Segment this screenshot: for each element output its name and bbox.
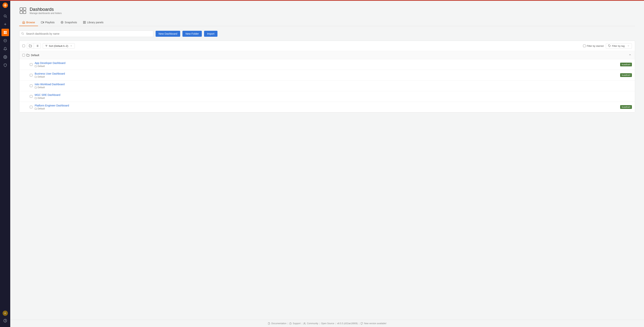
footer-new-version[interactable]: New version available!	[364, 322, 386, 325]
item-1-name[interactable]: Business User Dashboard	[35, 72, 620, 75]
svg-marker-23	[43, 22, 44, 23]
item-2-name[interactable]: Istio Workload Dashboard	[35, 83, 632, 86]
folder-collapse-button[interactable]	[628, 53, 632, 57]
new-dashboard-button[interactable]: New Dashboard	[156, 31, 180, 37]
svg-rect-27	[83, 21, 84, 22]
svg-point-16	[5, 57, 6, 58]
svg-point-2	[5, 5, 6, 6]
sidebar-bottom: A	[2, 310, 9, 327]
svg-rect-21	[20, 11, 22, 14]
folder-default-header: Default	[20, 51, 635, 59]
svg-rect-22	[23, 11, 26, 14]
item-0-tag: kuadrant	[620, 63, 632, 66]
sidebar-shield[interactable]	[2, 62, 9, 69]
sidebar-help[interactable]	[2, 317, 9, 324]
item-4-checkbox[interactable]	[30, 106, 32, 108]
new-folder-button[interactable]: New Folder	[182, 31, 202, 37]
svg-rect-19	[20, 8, 22, 10]
dashboards-panel: Sort (Default A–Z) Filter by starred	[19, 41, 635, 112]
dashboard-item-0: App Developer Dashboard Default kuadrant	[20, 59, 635, 70]
tab-browse[interactable]: Browse	[19, 19, 38, 26]
item-4-name[interactable]: Platform Engineer Dashboard	[35, 104, 620, 107]
item-0-folder-icon	[35, 65, 37, 67]
tab-library-panels-label: Library panels	[87, 21, 104, 24]
view-toggle	[27, 43, 41, 49]
tabs-bar: Browse Playlists Snapshots	[19, 19, 635, 26]
select-all-area	[22, 45, 25, 47]
dashboard-item-4: Platform Engineer Dashboard Default kuad…	[20, 102, 635, 112]
sidebar: A	[0, 1, 10, 327]
item-1-location: Default	[35, 76, 620, 78]
footer-support[interactable]: Support	[293, 322, 300, 325]
filter-tag-select[interactable]: Filter by tag	[606, 43, 632, 49]
tab-playlists[interactable]: Playlists	[38, 19, 58, 26]
filter-tag-label: Filter by tag	[612, 45, 624, 47]
item-4-folder-icon	[35, 108, 37, 110]
sidebar-search[interactable]	[2, 12, 9, 20]
svg-rect-20	[23, 8, 26, 10]
footer: Documentation | Support | Community | Op…	[10, 320, 644, 327]
svg-point-31	[22, 33, 23, 34]
svg-point-26	[62, 22, 62, 23]
dashboard-item-2: Istio Workload Dashboard Default	[20, 80, 635, 91]
footer-version: v8.5.5 (d32ae18909)	[337, 322, 358, 325]
svg-point-45	[304, 322, 305, 323]
sort-label: Sort (Default A–Z)	[49, 45, 68, 47]
sort-select[interactable]: Sort (Default A–Z)	[43, 43, 75, 49]
tab-browse-label: Browse	[26, 21, 35, 24]
item-2-checkbox[interactable]	[30, 85, 32, 87]
filter-right: Filter by starred Filter by tag	[583, 43, 632, 49]
item-3-location: Default	[35, 97, 632, 99]
sidebar-dashboards[interactable]	[2, 29, 9, 36]
svg-line-32	[23, 34, 24, 35]
item-0-name[interactable]: App Developer Dashboard	[35, 62, 620, 65]
tab-library-panels[interactable]: Library panels	[80, 19, 106, 26]
item-4-info: Platform Engineer Dashboard Default	[35, 104, 620, 110]
folder-default-checkbox[interactable]	[22, 54, 25, 57]
svg-rect-11	[4, 31, 5, 33]
filter-starred-label[interactable]: Filter by starred	[583, 45, 604, 47]
footer-support-icon	[289, 322, 292, 325]
item-2-location: Default	[35, 86, 632, 89]
item-0-info: App Developer Dashboard Default	[35, 62, 620, 68]
folder-view-button[interactable]	[27, 43, 34, 49]
folder-default-name[interactable]: Default	[31, 54, 39, 57]
item-4-tag: kuadrant	[620, 105, 632, 109]
footer-new-version-icon	[360, 322, 363, 325]
footer-doc-icon	[268, 322, 270, 325]
item-1-folder-icon	[35, 76, 37, 78]
tab-snapshots[interactable]: Snapshots	[58, 19, 80, 26]
svg-rect-29	[83, 23, 84, 24]
footer-documentation[interactable]: Documentation	[271, 322, 286, 325]
sidebar-settings[interactable]	[2, 53, 9, 61]
svg-rect-28	[85, 21, 86, 22]
search-input[interactable]	[19, 31, 153, 37]
sidebar-explore[interactable]	[2, 37, 9, 44]
item-3-checkbox[interactable]	[30, 95, 32, 98]
item-2-folder-icon	[35, 86, 37, 89]
item-0-checkbox[interactable]	[30, 63, 32, 66]
item-1-checkbox[interactable]	[30, 74, 32, 77]
footer-community[interactable]: Community	[307, 322, 318, 325]
svg-line-8	[6, 17, 7, 18]
page-header: Dashboards Manage dashboards and folders	[19, 7, 635, 15]
sidebar-alerting[interactable]	[2, 45, 9, 53]
dashboard-item-1: Business User Dashboard Default kuadrant	[20, 70, 635, 80]
user-avatar[interactable]: A	[2, 310, 8, 316]
item-1-tag: kuadrant	[620, 73, 632, 77]
select-all-checkbox[interactable]	[22, 45, 25, 47]
svg-rect-24	[41, 22, 43, 23]
svg-rect-12	[5, 31, 6, 33]
filter-starred-checkbox[interactable]	[583, 45, 586, 47]
sidebar-add[interactable]	[2, 21, 9, 28]
footer-open-source[interactable]: Open Source	[321, 322, 334, 325]
footer-community-icon	[303, 322, 306, 325]
item-2-info: Istio Workload Dashboard Default	[35, 83, 632, 89]
item-3-name[interactable]: MGC SRE Dashboard	[35, 93, 632, 96]
svg-rect-14	[5, 33, 6, 34]
list-view-button[interactable]	[34, 43, 40, 49]
svg-rect-13	[4, 33, 5, 34]
toolbar: New Dashboard New Folder Import	[19, 31, 635, 37]
import-button[interactable]: Import	[204, 31, 218, 37]
grafana-logo[interactable]	[2, 2, 9, 9]
